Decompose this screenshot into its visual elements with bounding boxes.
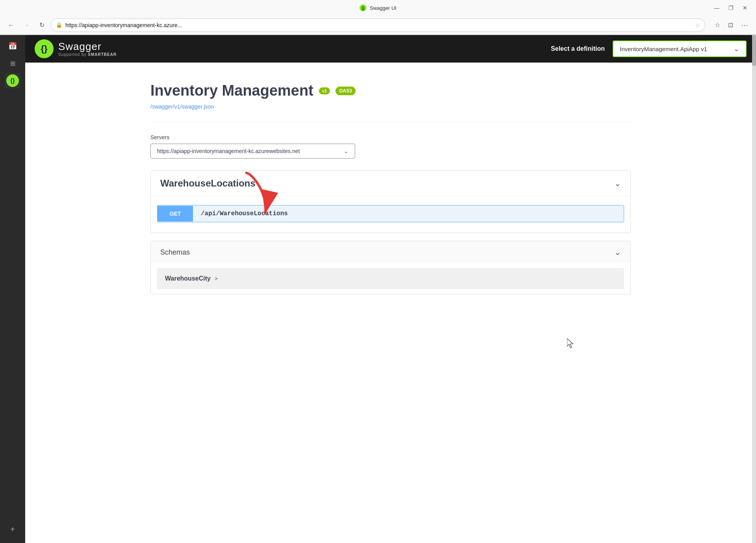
bookmark-star-icon: ☆ (695, 22, 700, 28)
window-controls: — ❐ ✕ (713, 5, 748, 11)
schema-name: WarehouseCity (165, 275, 211, 282)
close-button[interactable]: ✕ (742, 5, 748, 11)
api-json-url-link[interactable]: /swagger/v1/swagger.json (150, 103, 214, 110)
scrollbar-track[interactable] (752, 35, 756, 543)
api-title-section: Inventory Management v1 OAS3 /swagger/v1… (150, 74, 631, 122)
warehouse-city-schema-item[interactable]: WarehouseCity > (157, 268, 624, 289)
get-method-badge: GET (158, 206, 193, 222)
address-text: https://apiapp-inventorymanagement-kc.az… (65, 22, 692, 28)
collapse-chevron-icon: ⌄ (614, 179, 621, 188)
browser-actions: ☆ ⊡ ⋯ (712, 18, 751, 32)
page-title: {} Swagger UI (359, 4, 397, 11)
swagger-content: Inventory Management v1 OAS3 /swagger/v1… (143, 63, 639, 314)
get-warehouse-locations-endpoint[interactable]: GET /api/WarehouseLocations (157, 205, 624, 222)
schemas-title: Schemas (160, 248, 190, 257)
schemas-body: WarehouseCity > (151, 268, 630, 289)
swagger-braces-icon: {} (41, 44, 47, 54)
address-bar[interactable]: 🔒 https://apiapp-inventorymanagement-kc.… (51, 18, 705, 32)
chevron-down-icon: ⌄ (734, 44, 739, 53)
servers-label: Servers (150, 134, 631, 140)
definition-dropdown[interactable]: InventoryManagement.ApiApp v1 ⌄ (613, 41, 747, 57)
endpoint-path: /api/WarehouseLocations (193, 205, 296, 222)
definition-select-wrapper: Select a definition InventoryManagement.… (551, 41, 747, 57)
favorites-icon[interactable]: ☆ (712, 18, 723, 32)
refresh-button[interactable]: ↻ (36, 19, 48, 31)
sidebar-item-calendar[interactable]: 📅 (5, 38, 20, 54)
sidebar-item-table[interactable]: ⊞ (5, 55, 20, 71)
schemas-chevron-down-icon: ⌄ (614, 247, 621, 257)
swagger-brand-name: Swagger (58, 41, 117, 52)
version-badge: v1 (319, 87, 330, 94)
sidebar: 📅 ⊞ {} + (0, 35, 25, 543)
select-definition-label: Select a definition (551, 45, 605, 52)
servers-section: Servers https://apiapp-inventorymanageme… (150, 134, 631, 159)
cursor-indicator (567, 338, 575, 350)
swagger-logo-icon: {} (35, 39, 54, 58)
servers-selected-value: https://apiapp-inventorymanagement-kc.az… (157, 148, 300, 154)
table-icon: ⊞ (10, 60, 15, 67)
mouse-cursor-icon (567, 338, 575, 349)
main-content: {} Swagger Supported by SMARTBEAR Select… (25, 35, 756, 543)
browser-tab-title: Swagger UI (370, 5, 397, 11)
navigation-bar: ← → ↻ 🔒 https://apiapp-inventorymanageme… (0, 16, 756, 35)
schemas-header[interactable]: Schemas ⌄ (151, 241, 630, 263)
definition-selected-value: InventoryManagement.ApiApp v1 (620, 46, 707, 52)
api-title: Inventory Management (150, 82, 313, 99)
servers-chevron-down-icon: ⌄ (344, 148, 348, 154)
swagger-logo: {} Swagger Supported by SMARTBEAR (35, 39, 117, 58)
oas3-badge: OAS3 (335, 87, 356, 95)
warehouse-locations-section: WarehouseLocations ⌄ (150, 170, 631, 233)
endpoint-list: GET /api/WarehouseLocations (151, 196, 630, 233)
more-options-icon[interactable]: ⋯ (738, 18, 751, 32)
sidebar-add-button[interactable]: + (5, 521, 20, 537)
collections-icon[interactable]: ⊡ (725, 18, 736, 32)
forward-button[interactable]: → (20, 19, 33, 31)
warehouse-locations-header[interactable]: WarehouseLocations ⌄ (151, 171, 630, 196)
swagger-logo-text: Swagger Supported by SMARTBEAR (58, 41, 117, 57)
calendar-icon: 📅 (8, 42, 17, 50)
maximize-button[interactable]: ❐ (728, 5, 734, 11)
swagger-header: {} Swagger Supported by SMARTBEAR Select… (25, 35, 756, 63)
api-title-row: Inventory Management v1 OAS3 (150, 82, 631, 99)
lock-icon: 🔒 (56, 22, 62, 28)
sidebar-item-swagger[interactable]: {} (5, 73, 20, 89)
title-bar: {} Swagger UI — ❐ ✕ (0, 0, 756, 16)
swagger-smartbear-label: Supported by SMARTBEAR (58, 52, 117, 57)
schema-expand-icon: > (215, 275, 218, 282)
page-body: Inventory Management v1 OAS3 /swagger/v1… (25, 63, 756, 543)
favicon: {} (359, 4, 367, 11)
swagger-circle-icon: {} (6, 74, 19, 87)
plus-icon: + (10, 525, 15, 534)
scrollbar-thumb[interactable] (752, 35, 756, 66)
minimize-button[interactable]: — (713, 5, 720, 11)
schemas-section: Schemas ⌄ WarehouseCity > (150, 241, 631, 294)
back-button[interactable]: ← (5, 19, 17, 31)
servers-dropdown[interactable]: https://apiapp-inventorymanagement-kc.az… (150, 144, 355, 159)
warehouse-locations-title: WarehouseLocations (160, 178, 256, 189)
